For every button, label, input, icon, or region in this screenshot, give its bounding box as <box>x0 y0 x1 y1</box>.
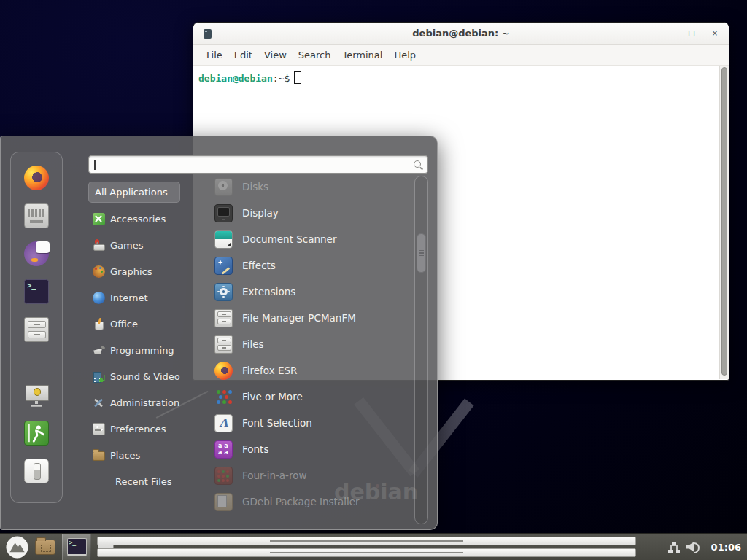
app-item-font-selection[interactable]: Font Selection <box>207 410 410 436</box>
taskbar-terminal-button[interactable] <box>62 534 91 560</box>
category-label: Programming <box>110 345 174 356</box>
app-label: Files <box>242 338 264 350</box>
four-in-a-row-icon <box>214 467 233 485</box>
sound-video-icon <box>93 370 105 383</box>
app-label: Four-in-a-row <box>242 470 307 481</box>
shut-down-button[interactable] <box>24 459 49 483</box>
log-out-button[interactable] <box>24 421 49 446</box>
app-label: Document Scanner <box>242 233 336 245</box>
app-label: GDebi Package Installer <box>242 496 360 508</box>
search-box <box>88 155 428 174</box>
volume-icon[interactable] <box>686 541 700 553</box>
terminal-titlebar[interactable]: debian@debian: ~ – □ × <box>193 23 729 45</box>
terminal-cursor <box>294 71 301 84</box>
terminal-menubar: File Edit View Search Terminal Help <box>193 45 729 66</box>
menu-button[interactable] <box>6 536 28 559</box>
category-sound-video[interactable]: Sound & Video <box>88 363 204 389</box>
category-label: Games <box>110 240 143 251</box>
file-cabinet-icon <box>98 537 114 557</box>
font-selection-icon <box>214 414 233 432</box>
category-label: Internet <box>110 292 148 303</box>
app-label: File Manager PCManFM <box>242 312 356 324</box>
app-item-file-manager-pcmanfm[interactable]: File Manager PCManFM <box>207 305 410 331</box>
preferences-icon <box>93 423 105 435</box>
app-item-effects[interactable]: Effects <box>207 252 410 279</box>
app-label: Firefox ESR <box>242 365 297 376</box>
category-games[interactable]: Games <box>88 232 204 258</box>
maximize-button[interactable]: □ <box>685 27 698 40</box>
app-label: Five or More <box>242 391 303 402</box>
category-label: Graphics <box>110 266 152 277</box>
app-item-document-scanner[interactable]: Document Scanner <box>207 226 410 252</box>
category-administration[interactable]: Administration <box>88 389 204 416</box>
category-internet[interactable]: Internet <box>88 284 204 311</box>
network-icon[interactable] <box>668 542 680 553</box>
folder-icon <box>35 540 55 555</box>
menu-file[interactable]: File <box>201 50 228 61</box>
prompt-user-host: debian@debian <box>198 73 273 84</box>
office-icon <box>93 318 105 330</box>
menu-edit[interactable]: Edit <box>228 50 258 61</box>
application-menu: All Applications Accessories Games Graph… <box>0 136 438 530</box>
lock-screen-button[interactable] <box>24 383 49 408</box>
app-item-five-or-more[interactable]: Five or More <box>207 384 410 410</box>
app-item-gdebi-package-installer: GDebi Package Installer <box>207 489 410 515</box>
menu-view[interactable]: View <box>258 50 293 61</box>
app-item-firefox-esr[interactable]: Firefox ESR <box>207 357 410 384</box>
file-cabinet-icon <box>214 309 233 327</box>
category-places[interactable]: Places <box>88 442 204 468</box>
taskbar: 01:06 <box>0 533 747 560</box>
taskbar-clock[interactable]: 01:06 <box>711 542 741 553</box>
app-item-files[interactable]: Files <box>207 331 410 357</box>
document-scanner-icon <box>214 230 233 249</box>
effects-icon <box>214 257 233 275</box>
app-item-fonts[interactable]: Fonts <box>207 436 410 462</box>
app-label: Extensions <box>242 286 295 298</box>
category-label: Places <box>110 450 140 461</box>
taskbar-files-button[interactable] <box>98 537 114 557</box>
category-label: Sound & Video <box>110 371 180 382</box>
minimize-button[interactable]: – <box>659 27 672 40</box>
category-label: All Applications <box>95 187 168 198</box>
category-label: Accessories <box>110 214 166 225</box>
category-preferences[interactable]: Preferences <box>88 416 204 442</box>
category-label: Recent Files <box>115 476 172 487</box>
favorite-pidgin-button[interactable] <box>24 241 49 266</box>
extensions-gear-icon <box>214 283 233 301</box>
category-office[interactable]: Office <box>88 311 204 337</box>
menu-scrollbar[interactable] <box>414 176 428 524</box>
display-icon <box>214 204 233 222</box>
app-item-display[interactable]: Display <box>207 200 410 226</box>
category-recent-files[interactable]: Recent Files <box>88 468 204 494</box>
places-folder-icon <box>93 451 105 461</box>
favorites-panel <box>10 152 63 503</box>
favorite-file-manager-button[interactable] <box>24 317 49 342</box>
menu-help[interactable]: Help <box>388 50 422 61</box>
taskbar-file-manager-button[interactable] <box>35 540 55 555</box>
app-label: Display <box>242 207 279 219</box>
accessories-icon <box>93 213 105 225</box>
terminal-scrollbar[interactable] <box>719 66 729 379</box>
desktop: debian debian@debian: ~ – □ × File Edit … <box>0 0 747 560</box>
fonts-icon <box>214 440 233 459</box>
internet-globe-icon <box>93 292 105 304</box>
category-list: All Applications Accessories Games Graph… <box>88 182 204 494</box>
menu-terminal[interactable]: Terminal <box>336 50 388 61</box>
text-caret <box>94 160 96 170</box>
app-item-disks: Disks <box>207 174 410 200</box>
category-accessories[interactable]: Accessories <box>88 206 204 232</box>
search-input[interactable] <box>89 156 427 173</box>
gdebi-package-icon <box>214 493 233 511</box>
category-graphics[interactable]: Graphics <box>88 258 204 284</box>
category-all-applications[interactable]: All Applications <box>88 182 180 203</box>
app-item-extensions[interactable]: Extensions <box>207 279 410 305</box>
menu-search[interactable]: Search <box>293 50 337 61</box>
terminal-scrollbar-thumb[interactable] <box>721 67 727 376</box>
category-label: Office <box>110 319 138 330</box>
close-button[interactable]: × <box>708 27 721 40</box>
menu-scrollbar-thumb[interactable] <box>417 233 426 273</box>
favorite-terminal-button[interactable] <box>24 279 49 304</box>
favorite-firefox-button[interactable] <box>24 166 49 190</box>
category-programming[interactable]: Programming <box>88 337 204 363</box>
favorite-keyboard-button[interactable] <box>24 203 49 228</box>
